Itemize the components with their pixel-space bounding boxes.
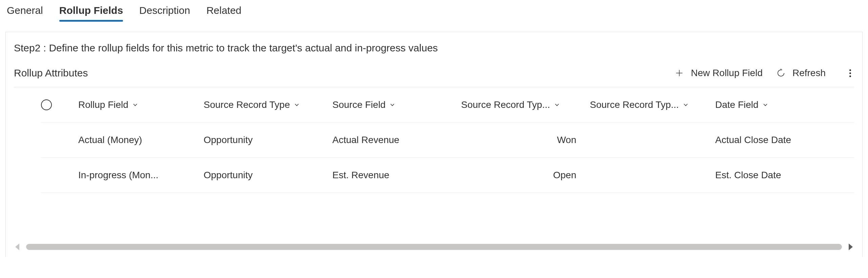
column-header-source-field[interactable]: Source Field (332, 99, 461, 110)
tab-rollup-fields[interactable]: Rollup Fields (59, 5, 123, 22)
cell-source-record-typ-1: Open (461, 170, 590, 181)
column-header-label: Source Field (332, 99, 386, 110)
refresh-label: Refresh (792, 68, 826, 78)
more-commands-button[interactable] (846, 68, 854, 78)
cell-rollup-field: In-progress (Mon... (78, 170, 204, 181)
grid-column-header-row: Rollup Field Source Record Type Source F… (41, 87, 854, 122)
cell-source-record-type: Opportunity (204, 135, 332, 145)
column-header-label: Source Record Type (204, 99, 290, 110)
grid-title: Rollup Attributes (14, 67, 88, 79)
tab-related[interactable]: Related (206, 5, 241, 22)
new-rollup-field-label: New Rollup Field (691, 68, 763, 78)
table-row[interactable]: In-progress (Mon... Opportunity Est. Rev… (41, 158, 854, 193)
chevron-down-icon (554, 101, 560, 108)
rollup-grid: Rollup Field Source Record Type Source F… (14, 87, 854, 193)
tab-general[interactable]: General (7, 5, 43, 22)
table-row[interactable]: Actual (Money) Opportunity Actual Revenu… (41, 122, 854, 158)
more-icon (849, 69, 851, 71)
chevron-down-icon (682, 101, 689, 108)
refresh-icon (776, 68, 786, 78)
column-header-source-record-type[interactable]: Source Record Type (204, 99, 332, 110)
grid-actions: New Rollup Field Refresh (675, 68, 854, 78)
column-header-rollup-field[interactable]: Rollup Field (78, 99, 204, 110)
horizontal-scrollbar[interactable] (14, 244, 854, 253)
step-title: Step2 : Define the rollup fields for thi… (14, 42, 854, 54)
column-header-date-field[interactable]: Date Field (715, 99, 851, 110)
grid-header: Rollup Attributes New Rollup Field Refre… (14, 67, 854, 87)
plus-icon (675, 68, 684, 78)
cell-source-field: Actual Revenue (332, 135, 461, 145)
new-rollup-field-button[interactable]: New Rollup Field (675, 68, 763, 78)
chevron-down-icon (762, 101, 769, 108)
tab-description[interactable]: Description (139, 5, 190, 22)
chevron-down-icon (389, 101, 396, 108)
scroll-right-icon (849, 244, 853, 250)
cell-source-record-typ-1: Won (461, 135, 590, 145)
column-header-label: Source Record Typ... (461, 99, 550, 110)
select-all-column[interactable] (41, 99, 78, 110)
column-header-source-record-typ-1[interactable]: Source Record Typ... (461, 99, 590, 110)
cell-source-field: Est. Revenue (332, 170, 461, 181)
cell-date-field: Est. Close Date (715, 170, 851, 181)
cell-rollup-field: Actual (Money) (78, 135, 204, 145)
cell-source-record-type: Opportunity (204, 170, 332, 181)
column-header-label: Source Record Typ... (590, 99, 679, 110)
refresh-button[interactable]: Refresh (776, 68, 826, 78)
chevron-down-icon (132, 101, 139, 108)
cell-date-field: Actual Close Date (715, 135, 851, 145)
rollup-fields-panel: Step2 : Define the rollup fields for thi… (5, 32, 863, 257)
select-all-icon (41, 99, 52, 110)
column-header-label: Rollup Field (78, 99, 128, 110)
column-header-source-record-typ-2[interactable]: Source Record Typ... (590, 99, 715, 110)
chevron-down-icon (293, 101, 300, 108)
scroll-left-icon (15, 244, 19, 250)
scroll-track[interactable] (26, 244, 842, 250)
column-header-label: Date Field (715, 99, 759, 110)
tab-list: General Rollup Fields Description Relate… (0, 0, 868, 22)
